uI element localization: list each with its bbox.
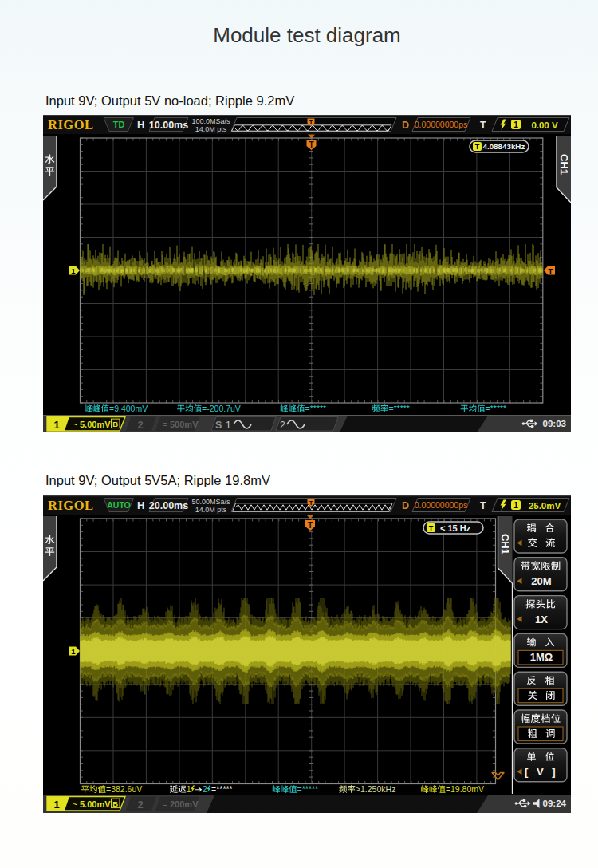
- svg-text:1: 1: [71, 266, 76, 275]
- svg-text:200mV: 200mV: [170, 799, 199, 809]
- svg-text:1X: 1X: [535, 614, 548, 625]
- svg-text:14.0M pts: 14.0M pts: [195, 506, 227, 514]
- svg-text:09:24: 09:24: [543, 799, 567, 808]
- svg-text:1: 1: [53, 799, 59, 811]
- svg-text:25.0mV: 25.0mV: [529, 501, 561, 511]
- svg-text:500mV: 500mV: [170, 420, 199, 429]
- svg-text:=19.80mV: =19.80mV: [446, 784, 484, 794]
- svg-text:=: =: [163, 420, 167, 429]
- svg-text:S: S: [215, 420, 222, 431]
- svg-text:0.00000000ps: 0.00000000ps: [415, 120, 468, 129]
- svg-text:=: =: [163, 799, 167, 809]
- svg-text:09:03: 09:03: [543, 419, 566, 428]
- svg-text:RIGOL: RIGOL: [48, 117, 94, 132]
- svg-text:T: T: [309, 140, 313, 149]
- svg-text:1MΩ: 1MΩ: [530, 651, 553, 663]
- svg-text:AUTO: AUTO: [107, 500, 131, 510]
- svg-text:1: 1: [71, 647, 76, 656]
- svg-text:T: T: [308, 521, 313, 530]
- svg-text:1: 1: [513, 501, 518, 510]
- svg-text:1: 1: [187, 784, 191, 794]
- svg-text:=9.400mV: =9.400mV: [109, 404, 148, 413]
- svg-text:5.00mV: 5.00mV: [80, 420, 111, 429]
- svg-text:CH1: CH1: [499, 534, 511, 554]
- svg-text:T: T: [480, 120, 486, 131]
- svg-text:2: 2: [280, 420, 285, 431]
- svg-text:=*****: =*****: [297, 784, 319, 794]
- svg-text:RIGOL: RIGOL: [48, 498, 94, 513]
- svg-text:2: 2: [137, 799, 143, 811]
- svg-text:>1.250kHz: >1.250kHz: [356, 784, 396, 794]
- svg-text:=*****: =*****: [305, 404, 327, 413]
- svg-text:0.00 V: 0.00 V: [531, 120, 558, 130]
- svg-text:1: 1: [53, 419, 59, 431]
- svg-text:< 15 Hz: < 15 Hz: [440, 523, 471, 533]
- svg-text:D: D: [402, 120, 409, 131]
- svg-text:D: D: [402, 500, 409, 511]
- svg-text:1: 1: [513, 120, 518, 129]
- svg-text:B: B: [112, 799, 118, 808]
- svg-text:5.00mV: 5.00mV: [80, 799, 111, 809]
- svg-text:10.00ms: 10.00ms: [149, 120, 188, 131]
- svg-text:B: B: [112, 420, 118, 428]
- svg-text:50.00MSa/s: 50.00MSa/s: [191, 498, 230, 506]
- svg-text:T: T: [480, 500, 486, 511]
- svg-text:T: T: [429, 524, 434, 532]
- svg-text:=*****: =*****: [211, 784, 233, 794]
- svg-text:[ V ]: [ V ]: [525, 766, 558, 778]
- svg-text:100.0MSa/s: 100.0MSa/s: [191, 117, 230, 125]
- svg-text:H: H: [137, 119, 144, 131]
- svg-text:~: ~: [73, 799, 77, 809]
- svg-text:20M: 20M: [531, 575, 551, 587]
- svg-text:4.08843kHz: 4.08843kHz: [483, 142, 525, 151]
- svg-text:20.00ms: 20.00ms: [149, 500, 188, 511]
- svg-text:=-200.7uV: =-200.7uV: [202, 404, 241, 413]
- svg-text:CH1: CH1: [558, 154, 570, 175]
- svg-text:T: T: [475, 143, 480, 151]
- svg-text:T: T: [549, 266, 553, 275]
- svg-text:=*****: =*****: [388, 404, 410, 413]
- svg-text:T: T: [309, 119, 313, 126]
- svg-text:TD: TD: [113, 120, 125, 129]
- svg-text:~: ~: [73, 420, 77, 429]
- svg-text:0.00000000ps: 0.00000000ps: [415, 500, 468, 510]
- svg-text:T: T: [309, 499, 313, 507]
- svg-text:=*****: =*****: [486, 404, 507, 413]
- svg-text:1: 1: [226, 420, 231, 431]
- svg-text:2: 2: [137, 419, 143, 431]
- svg-text:14.0M pts: 14.0M pts: [195, 125, 227, 133]
- svg-text:2: 2: [203, 784, 207, 794]
- svg-text:=382.6uV: =382.6uV: [106, 784, 142, 794]
- svg-text:H: H: [137, 499, 144, 511]
